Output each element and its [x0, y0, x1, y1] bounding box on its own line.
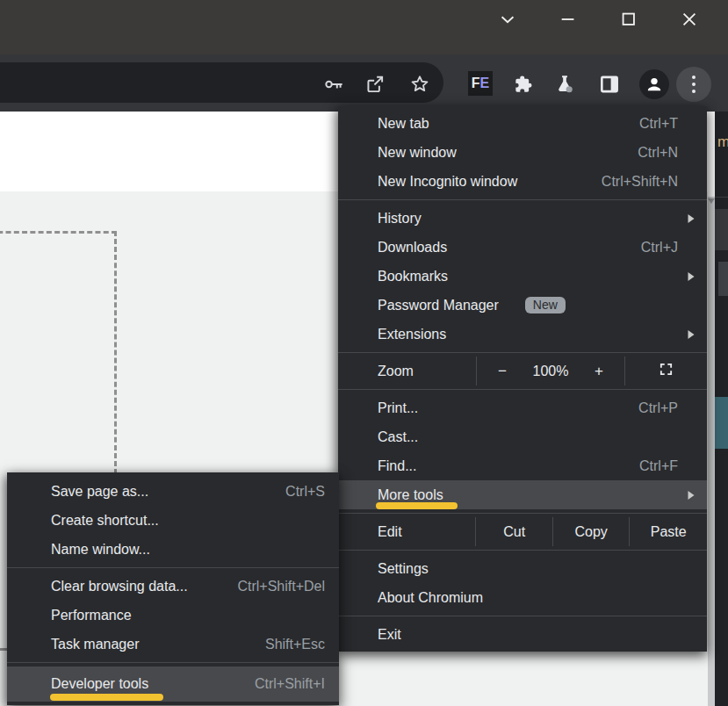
scrollbar-track: [708, 112, 715, 197]
zoom-label: Zoom: [338, 357, 477, 385]
menu-item-name-window[interactable]: Name window...: [7, 535, 339, 564]
labs-flask-icon[interactable]: [553, 73, 576, 96]
chromium-main-menu: New tabCtrl+TNew windowCtrl+NNew Incogni…: [338, 106, 707, 652]
edit-label: Edit: [338, 517, 476, 546]
menu-item-create-shortcut[interactable]: Create shortcut...: [7, 506, 339, 535]
menu-item-save-page-as[interactable]: Save page as...Ctrl+S: [7, 477, 339, 506]
menu-item-clear-browsing-data[interactable]: Clear browsing data...Ctrl+Shift+Del: [7, 572, 339, 601]
menu-item-performance[interactable]: Performance: [7, 601, 339, 630]
menu-separator: [338, 550, 707, 551]
dashed-drop-zone-border-right: [114, 231, 117, 474]
bookmark-star-icon[interactable]: [408, 73, 431, 96]
menu-item-label: Name window...: [51, 542, 150, 558]
fe-extension-icon[interactable]: FE: [468, 71, 493, 96]
menu-item-label: More tools: [378, 487, 443, 503]
menu-item-label: History: [378, 211, 422, 227]
clipped-code-text: m: [717, 133, 728, 151]
menu-item-shortcut: Ctrl+Shift+I: [255, 676, 325, 692]
menu-item-label: Task manager: [51, 637, 140, 652]
menu-item-exit[interactable]: Exit: [338, 620, 707, 649]
menu-item-history[interactable]: History: [338, 204, 707, 233]
fullscreen-button[interactable]: [625, 357, 707, 385]
key-icon[interactable]: [322, 73, 345, 96]
menu-item-label: Settings: [378, 561, 429, 577]
menu-separator: [7, 662, 339, 663]
submenu-arrow-icon: [687, 490, 696, 501]
panel-divider: [715, 197, 728, 198]
submenu-arrow-icon: [687, 271, 696, 282]
menu-item-label: Save page as...: [51, 484, 148, 500]
menu-item-label: Developer tools: [51, 676, 148, 692]
zoom-in-button[interactable]: +: [595, 363, 603, 380]
menu-item-shortcut: Shift+Esc: [265, 637, 325, 652]
fe-letter-e: E: [480, 76, 490, 91]
menu-item-shortcut: Ctrl+Shift+N: [602, 174, 678, 190]
profile-icon[interactable]: [639, 69, 669, 99]
fullscreen-icon: [659, 362, 674, 380]
menu-item-zoom-row: Zoom−100%+: [338, 357, 707, 385]
menu-item-about-chromium[interactable]: About Chromium: [338, 583, 707, 612]
menu-item-new-window[interactable]: New windowCtrl+N: [338, 138, 707, 167]
menu-separator: [338, 389, 707, 390]
menu-item-label: New Incognito window: [378, 174, 517, 190]
menu-item-developer-tools[interactable]: Developer toolsCtrl+Shift+I: [7, 666, 339, 702]
menu-item-label: Downloads: [378, 240, 447, 256]
extensions-puzzle-icon[interactable]: [512, 73, 535, 96]
menu-item-shortcut: Ctrl+P: [638, 400, 678, 416]
menu-item-label: New tab: [378, 116, 429, 132]
menu-item-new-tab[interactable]: New tabCtrl+T: [338, 109, 707, 138]
maximize-button[interactable]: [611, 4, 646, 39]
minimize-button[interactable]: [551, 4, 586, 39]
menu-item-label: Password Manager: [378, 298, 499, 313]
menu-item-more-tools[interactable]: More tools: [338, 480, 707, 509]
close-button[interactable]: [672, 4, 707, 39]
menu-item-label: Extensions: [378, 327, 446, 342]
scrollbar-arrow-icon: [708, 198, 715, 204]
more-tools-submenu: Save page as...Ctrl+SCreate shortcut...N…: [7, 472, 339, 705]
zoom-controls: −100%+: [477, 357, 625, 385]
fe-letter-f: F: [472, 76, 480, 91]
minimize-icon: [559, 10, 578, 32]
menu-item-downloads[interactable]: DownloadsCtrl+J: [338, 233, 707, 262]
titlebar-chevron-button[interactable]: [490, 4, 525, 39]
menu-item-print[interactable]: Print...Ctrl+P: [338, 393, 707, 422]
menu-item-task-manager[interactable]: Task managerShift+Esc: [7, 630, 339, 659]
submenu-arrow-icon: [687, 329, 696, 340]
menu-item-label: Find...: [378, 458, 416, 474]
menu-separator: [338, 616, 707, 616]
panel-row-block: [715, 209, 728, 250]
cut-button[interactable]: Cut: [476, 517, 553, 546]
menu-item-settings[interactable]: Settings: [338, 554, 707, 583]
submenu-arrow-icon: [687, 213, 696, 224]
menu-item-bookmarks[interactable]: Bookmarks: [338, 262, 707, 291]
menu-separator: [338, 513, 707, 514]
panel-row-block: [718, 262, 728, 296]
menu-item-shortcut: Ctrl+T: [639, 116, 678, 132]
zoom-out-button[interactable]: −: [498, 363, 507, 380]
kebab-menu-icon[interactable]: [676, 67, 711, 102]
zoom-label-text: Zoom: [378, 364, 414, 379]
menu-item-password-manager[interactable]: Password ManagerNew: [338, 291, 707, 320]
menu-separator: [7, 567, 339, 568]
menu-item-extensions[interactable]: Extensions: [338, 320, 707, 349]
menu-item-new-incognito-window[interactable]: New Incognito windowCtrl+Shift+N: [338, 167, 707, 196]
browser-window: FE m: [0, 0, 728, 706]
menu-item-cast[interactable]: Cast...: [338, 422, 707, 451]
menu-item-label: Cast...: [378, 429, 418, 445]
menu-separator: [338, 352, 707, 353]
side-panel-icon[interactable]: [598, 73, 621, 96]
menu-item-label: About Chromium: [378, 590, 483, 606]
menu-item-label: Performance: [51, 608, 132, 623]
page-scrollbar[interactable]: [708, 112, 715, 706]
copy-button[interactable]: Copy: [553, 517, 631, 546]
menu-item-shortcut: Ctrl+N: [638, 145, 678, 161]
devtools-panel-edge: m: [715, 112, 728, 706]
share-icon[interactable]: [364, 73, 386, 96]
menu-item-shortcut: Ctrl+Shift+Del: [237, 579, 325, 594]
menu-item-label: Clear browsing data...: [51, 579, 188, 594]
menu-separator: [338, 199, 707, 200]
paste-button[interactable]: Paste: [630, 517, 707, 546]
zoom-value: 100%: [533, 364, 569, 379]
menu-item-find[interactable]: Find...Ctrl+F: [338, 451, 707, 480]
window-titlebar: [0, 0, 728, 54]
